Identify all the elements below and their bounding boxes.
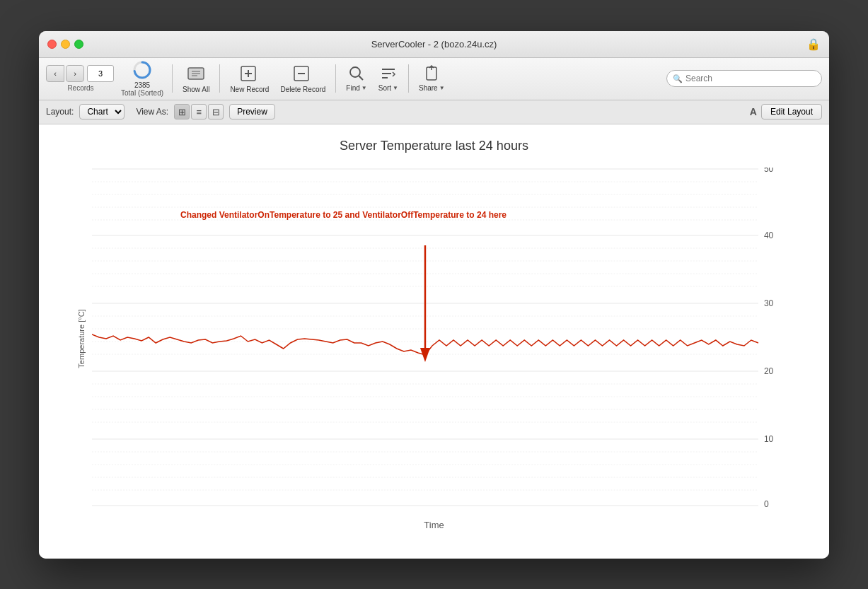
share-button[interactable]: Share ▼ [415, 64, 449, 93]
navigation-group: ‹ › Records [46, 65, 115, 92]
search-input[interactable] [685, 74, 816, 83]
layout-select[interactable]: Chart [79, 104, 125, 119]
x-axis-label: Time [53, 520, 815, 530]
svg-point-12 [350, 67, 360, 77]
nav-controls: ‹ › [46, 65, 115, 82]
new-record-button[interactable]: New Record [226, 62, 273, 95]
sort-label: Sort [378, 84, 391, 92]
view-table-button[interactable]: ⊟ [208, 104, 224, 119]
svg-text:30: 30 [764, 298, 774, 308]
sort-label-group: Sort ▼ [378, 84, 398, 92]
delete-record-label: Delete Record [280, 86, 325, 93]
divider-2 [219, 64, 220, 93]
edit-layout-button[interactable]: Edit Layout [761, 104, 822, 119]
view-form-button[interactable]: ⊞ [174, 104, 190, 119]
svg-text:0: 0 [764, 499, 769, 507]
view-icons: ⊞ ≡ ⊟ [174, 104, 224, 119]
total-sorted-label: Total (Sorted) [121, 89, 163, 97]
find-button[interactable]: Find ▼ [342, 64, 371, 93]
sort-button[interactable]: Sort ▼ [374, 64, 403, 93]
view-list-button[interactable]: ≡ [191, 104, 207, 119]
search-icon: 🔍 [673, 74, 683, 83]
svg-text:50: 50 [764, 168, 774, 174]
forward-button[interactable]: › [66, 65, 84, 82]
lock-icon: 🔒 [806, 37, 821, 51]
show-all-icon [185, 64, 207, 83]
divider-3 [335, 64, 336, 93]
view-as-label: View As: [136, 107, 168, 117]
traffic-lights [47, 40, 83, 49]
new-record-label: New Record [230, 86, 269, 93]
svg-marker-58 [420, 348, 430, 362]
records-label: Records [67, 84, 93, 92]
layout-label: Layout: [46, 107, 74, 117]
font-size-icon: A [750, 106, 757, 117]
delete-record-button[interactable]: Delete Record [276, 62, 330, 95]
find-label-group: Find ▼ [346, 84, 366, 92]
svg-text:20: 20 [764, 366, 774, 376]
chart-container: Server Temperature last 24 hours Tempera… [39, 124, 829, 559]
svg-text:40: 40 [764, 231, 774, 240]
share-label-group: Share ▼ [419, 84, 445, 92]
divider-1 [172, 64, 173, 93]
sort-icon [380, 65, 397, 82]
find-label: Find [346, 84, 359, 92]
main-window: ServerCooler - 2 (bozo.24u.cz) 🔒 ‹ › Rec… [39, 31, 829, 559]
total-count: 2385 [121, 81, 163, 89]
layout-bar-right: A Edit Layout [750, 104, 822, 119]
title-bar: ServerCooler - 2 (bozo.24u.cz) 🔒 [39, 31, 829, 58]
share-label: Share [419, 84, 438, 92]
record-number-input[interactable] [87, 65, 114, 82]
maximize-button[interactable] [74, 40, 83, 49]
search-box[interactable]: 🔍 [666, 70, 822, 87]
svg-line-13 [359, 76, 363, 80]
minimize-button[interactable] [61, 40, 70, 49]
show-all-button[interactable]: Show All [178, 62, 214, 95]
new-record-icon [238, 64, 261, 83]
preview-button[interactable]: Preview [229, 104, 275, 119]
chart-title: Server Temperature last 24 hours [53, 139, 815, 153]
divider-4 [408, 64, 409, 93]
layout-bar: Layout: Chart View As: ⊞ ≡ ⊟ Preview A E… [39, 100, 829, 124]
progress-circle [132, 60, 152, 80]
find-icon [348, 65, 365, 82]
window-title: ServerCooler - 2 (bozo.24u.cz) [371, 39, 497, 49]
show-all-label: Show All [183, 86, 209, 93]
toolbar: ‹ › Records 2385 Total (Sorted) [39, 58, 829, 100]
back-button[interactable]: ‹ [46, 65, 64, 82]
delete-record-icon [291, 64, 314, 83]
share-icon [423, 65, 440, 82]
chart-annotation: Changed VentilatorOnTemperature to 25 an… [180, 210, 507, 220]
svg-text:10: 10 [764, 434, 774, 444]
close-button[interactable] [47, 40, 57, 49]
y-axis-label: Temperature [°C] [77, 309, 86, 368]
